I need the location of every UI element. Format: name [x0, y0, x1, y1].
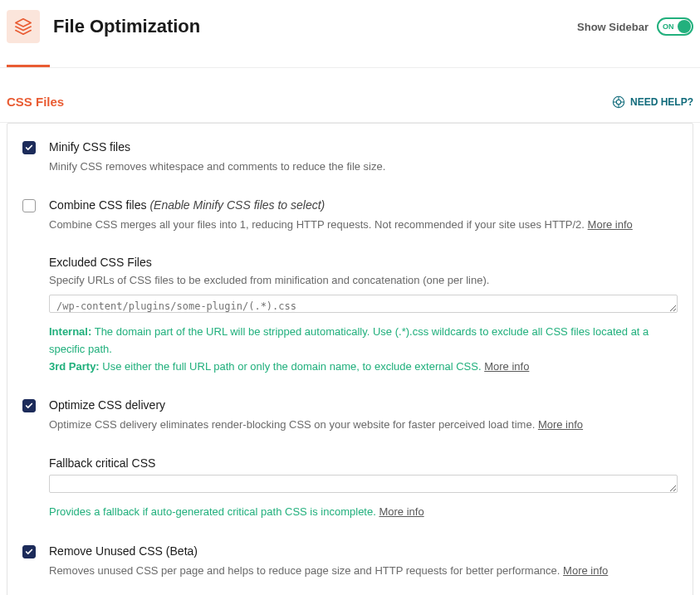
section-title: CSS Files	[7, 95, 64, 109]
excluded-css-hint: Internal: The domain part of the URL wil…	[49, 324, 678, 375]
remove-unused-css-desc: Removes unused CSS per page and helps to…	[49, 563, 678, 579]
combine-css-checkbox[interactable]	[22, 199, 36, 212]
fallback-css-textarea[interactable]	[49, 475, 678, 493]
need-help-link[interactable]: NEED HELP?	[612, 95, 693, 109]
minify-css-title: Minify CSS files	[49, 140, 678, 154]
excluded-more-info-link[interactable]: More info	[484, 360, 529, 373]
optimize-css-desc: Optimize CSS delivery eliminates render-…	[49, 417, 678, 433]
css-files-panel: Minify CSS files Minify CSS removes whit…	[7, 123, 693, 595]
option-minify-css: Minify CSS files Minify CSS removes whit…	[22, 140, 678, 175]
fallback-css-label: Fallback critical CSS	[49, 456, 678, 470]
svg-marker-0	[16, 19, 31, 27]
toggle-state-label: ON	[663, 22, 674, 31]
sidebar-toggle-switch[interactable]: ON	[657, 17, 693, 36]
option-combine-css: Combine CSS files (Enable Minify CSS fil…	[22, 198, 678, 376]
toggle-knob	[678, 20, 691, 33]
remove-unused-more-info-link[interactable]: More info	[563, 564, 608, 577]
show-sidebar-toggle: Show Sidebar ON	[577, 17, 693, 36]
help-icon	[612, 95, 625, 109]
page-title: File Optimization	[53, 16, 564, 37]
excluded-css-desc: Specify URLs of CSS files to be excluded…	[49, 274, 678, 286]
excluded-css-textarea[interactable]	[49, 295, 678, 313]
minify-css-checkbox[interactable]	[22, 141, 36, 154]
fallback-css-block: Fallback critical CSS Provides a fallbac…	[49, 456, 678, 521]
excluded-css-block: Excluded CSS Files Specify URLs of CSS f…	[49, 256, 678, 375]
fallback-more-info-link[interactable]: More info	[379, 505, 423, 518]
combine-css-title: Combine CSS files (Enable Minify CSS fil…	[49, 198, 678, 212]
layers-icon	[7, 10, 40, 43]
need-help-label: NEED HELP?	[630, 96, 693, 108]
fallback-css-hint: Provides a fallback if auto-generated cr…	[49, 504, 678, 521]
remove-unused-css-checkbox[interactable]	[22, 545, 36, 558]
optimize-css-title: Optimize CSS delivery	[49, 398, 678, 412]
show-sidebar-label: Show Sidebar	[577, 21, 649, 33]
optimize-css-checkbox[interactable]	[22, 399, 36, 412]
svg-point-2	[616, 100, 620, 104]
optimize-more-info-link[interactable]: More info	[538, 418, 583, 431]
combine-css-desc: Combine CSS merges all your files into 1…	[49, 217, 678, 233]
option-remove-unused-css: Remove Unused CSS (Beta) Removes unused …	[22, 544, 678, 579]
page-header: File Optimization Show Sidebar ON	[0, 0, 700, 53]
option-optimize-css: Optimize CSS delivery Optimize CSS deliv…	[22, 398, 678, 520]
minify-css-desc: Minify CSS removes whitespace and commen…	[49, 159, 678, 175]
section-header: CSS Files NEED HELP?	[0, 68, 700, 122]
excluded-css-label: Excluded CSS Files	[49, 256, 678, 269]
combine-more-info-link[interactable]: More info	[588, 218, 633, 231]
remove-unused-css-title: Remove Unused CSS (Beta)	[49, 544, 678, 558]
